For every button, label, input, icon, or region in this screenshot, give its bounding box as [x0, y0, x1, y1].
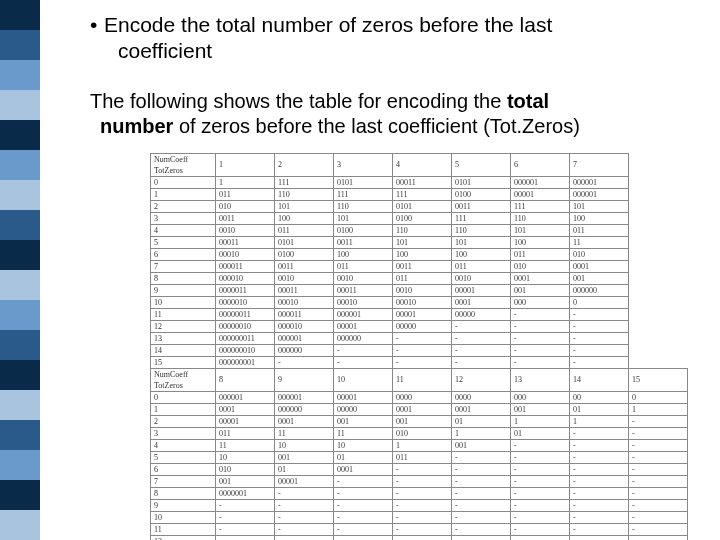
code-cell: -: [452, 344, 511, 356]
code-cell: 001: [511, 403, 570, 415]
table-row: 9--------: [151, 499, 688, 511]
code-cell: -: [334, 344, 393, 356]
code-cell: -: [511, 523, 570, 535]
code-cell: 0011: [393, 260, 452, 272]
code-cell: -: [629, 535, 688, 540]
code-cell: 000001: [275, 391, 334, 403]
code-cell: 111: [393, 188, 452, 200]
code-cell: -: [216, 511, 275, 523]
col-header: 14: [570, 368, 629, 391]
row-header: 1: [151, 188, 216, 200]
code-cell: -: [216, 499, 275, 511]
code-cell: 000000001: [216, 356, 275, 368]
table-row: 900000110001100011001000001001000000: [151, 284, 629, 296]
code-cell: 110: [393, 224, 452, 236]
code-cell: 0001: [452, 403, 511, 415]
code-cell: 1: [452, 427, 511, 439]
para-text-1b: total: [507, 90, 549, 112]
code-cell: 000011: [216, 260, 275, 272]
code-cell: 101: [275, 200, 334, 212]
row-header: 11: [151, 308, 216, 320]
code-cell: -: [570, 511, 629, 523]
code-cell: 00: [570, 391, 629, 403]
row-header: 2: [151, 415, 216, 427]
row-header: 9: [151, 284, 216, 296]
table-row: 201010111001010011111101: [151, 200, 629, 212]
code-cell: 101: [334, 212, 393, 224]
code-cell: -: [452, 332, 511, 344]
code-cell: 011: [275, 224, 334, 236]
code-cell: -: [334, 523, 393, 535]
table-row: 700100001------: [151, 475, 688, 487]
code-cell: -: [275, 511, 334, 523]
code-cell: 010: [216, 463, 275, 475]
bullet-text-line1: Encode the total number of zeros before …: [104, 13, 552, 36]
table-row: 41110101001---: [151, 439, 688, 451]
code-cell: 01: [511, 427, 570, 439]
table-row: 51000101011----: [151, 451, 688, 463]
code-cell: 111: [334, 188, 393, 200]
code-cell: 01: [570, 403, 629, 415]
paragraph-line2: number of zeros before the last coeffici…: [100, 114, 690, 139]
totzeros-table-lower: NumCoeffTotZeros891011121314150000001000…: [150, 368, 688, 541]
code-cell: -: [393, 463, 452, 475]
code-cell: -: [629, 475, 688, 487]
col-header: 11: [393, 368, 452, 391]
code-cell: -: [452, 463, 511, 475]
code-cell: -: [393, 332, 452, 344]
row-header: 5: [151, 451, 216, 463]
code-cell: -: [629, 451, 688, 463]
code-cell: -: [393, 511, 452, 523]
table-row: 14000000010000000-----: [151, 344, 629, 356]
para-text-2a: number: [100, 115, 173, 137]
table-row: 30111111010101--: [151, 427, 688, 439]
code-cell: -: [570, 487, 629, 499]
code-cell: 000001: [275, 332, 334, 344]
code-cell: -: [452, 535, 511, 540]
code-cell: 100: [334, 248, 393, 260]
code-cell: -: [452, 320, 511, 332]
code-cell: 0000010: [216, 296, 275, 308]
code-cell: -: [511, 463, 570, 475]
code-cell: -: [570, 332, 629, 344]
code-cell: -: [452, 356, 511, 368]
paragraph-line1: The following shows the table for encodi…: [90, 89, 690, 114]
code-cell: 0100: [452, 188, 511, 200]
code-cell: 00010: [216, 248, 275, 260]
code-cell: 1: [393, 439, 452, 451]
code-cell: 1: [216, 176, 275, 188]
code-cell: -: [275, 535, 334, 540]
code-cell: 000001: [216, 391, 275, 403]
code-cell: 010: [393, 427, 452, 439]
code-cell: 011: [334, 260, 393, 272]
code-cell: 01: [334, 451, 393, 463]
code-cell: 0001: [570, 260, 629, 272]
code-cell: 111: [511, 200, 570, 212]
code-cell: 101: [393, 236, 452, 248]
table-row: 12--------: [151, 535, 688, 540]
code-cell: -: [452, 451, 511, 463]
code-cell: 0000: [452, 391, 511, 403]
code-cell: -: [570, 427, 629, 439]
accent-bar: [0, 0, 40, 540]
row-header: 13: [151, 332, 216, 344]
code-cell: 100: [452, 248, 511, 260]
code-cell: 100: [275, 212, 334, 224]
col-header: 6: [511, 153, 570, 176]
code-cell: -: [393, 344, 452, 356]
code-cell: 01: [275, 463, 334, 475]
code-cell: 001: [275, 451, 334, 463]
row-header: 12: [151, 535, 216, 540]
table-row: 80000100010001001100100001001: [151, 272, 629, 284]
col-header: 10: [334, 368, 393, 391]
code-cell: 00001: [216, 415, 275, 427]
code-cell: 000000011: [216, 332, 275, 344]
row-header: 6: [151, 463, 216, 475]
row-header: 7: [151, 475, 216, 487]
code-cell: -: [393, 356, 452, 368]
row-header: 11: [151, 523, 216, 535]
code-cell: -: [393, 523, 452, 535]
row-header: 2: [151, 200, 216, 212]
code-cell: 00011: [275, 284, 334, 296]
code-cell: 011: [452, 260, 511, 272]
